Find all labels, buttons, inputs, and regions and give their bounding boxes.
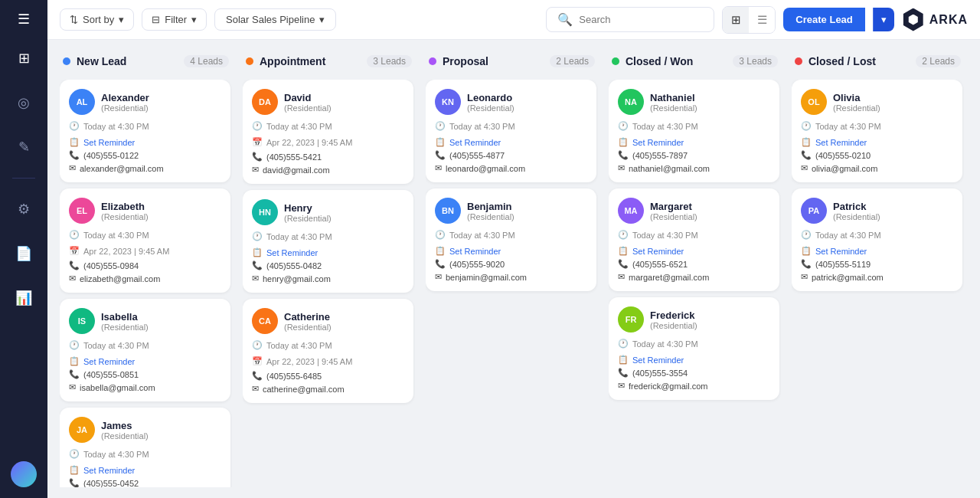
col-title-proposal: Proposal: [443, 55, 544, 67]
col-header-new-lead: New Lead 4 Leads: [60, 51, 232, 72]
card-reminder-leonardo[interactable]: 📋 Set Reminder: [435, 137, 587, 147]
email-value: leonardo@gmail.com: [446, 164, 525, 173]
card-james[interactable]: JA James (Residential) 🕐 Today at 4:30 P…: [60, 408, 230, 487]
brand-icon: [902, 8, 925, 31]
phone-value: (405)555-5119: [815, 260, 871, 269]
card-time-elizabeth: 🕐 Today at 4:30 PM: [69, 230, 221, 240]
reminder-cal-icon: 📋: [618, 137, 629, 147]
list-view-button[interactable]: ☰: [749, 7, 775, 33]
time-value: Today at 4:30 PM: [83, 450, 149, 459]
card-type-benjamin: (Residential): [467, 212, 514, 221]
user-avatar[interactable]: [11, 461, 37, 487]
clock-icon: 🕐: [69, 340, 80, 350]
clock-icon: 🕐: [801, 230, 812, 240]
create-lead-dropdown-button[interactable]: ▾: [873, 8, 894, 31]
avatar-frederick: FR: [618, 306, 644, 333]
grid-view-button[interactable]: ⊞: [723, 7, 749, 33]
email-value: patrick@gmail.com: [812, 273, 884, 282]
col-cards-appointment: DA David (Residential) 🕐 Today at 4:30 P…: [243, 80, 415, 487]
card-reminder-alexander[interactable]: 📋 Set Reminder: [69, 137, 221, 147]
sidebar-item-leads[interactable]: ◎: [10, 89, 38, 116]
reminder-label: Set Reminder: [632, 138, 684, 147]
card-elizabeth[interactable]: EL Elizabeth (Residential) 🕐 Today at 4:…: [60, 188, 230, 293]
sidebar-item-settings[interactable]: ⚙: [10, 195, 38, 223]
card-time-alexander: 🕐 Today at 4:30 PM: [69, 121, 221, 131]
create-lead-button[interactable]: Create Lead: [783, 8, 864, 31]
avatar-benjamin: BN: [435, 198, 461, 224]
card-header-james: JA James (Residential): [69, 417, 221, 443]
card-appt-elizabeth: 📅 Apr 22, 2023 | 9:45 AM: [69, 246, 221, 256]
filter-button[interactable]: ⊟ Filter ▾: [142, 8, 207, 31]
card-reminder-henry[interactable]: 📋 Set Reminder: [252, 247, 404, 257]
reminder-cal-icon: 📋: [618, 355, 629, 365]
card-reminder-benjamin[interactable]: 📋 Set Reminder: [435, 246, 587, 256]
card-alexander[interactable]: AL Alexander (Residential) 🕐 Today at 4:…: [60, 80, 230, 182]
card-name-isabella: Isabella: [101, 311, 149, 323]
reminder-label: Set Reminder: [449, 138, 501, 147]
email-value: henry@gmail.com: [263, 274, 331, 283]
reminder-label: Set Reminder: [83, 138, 135, 147]
card-isabella[interactable]: IS Isabella (Residential) 🕐 Today at 4:3…: [60, 299, 230, 401]
email-value: catherine@gmail.com: [263, 385, 345, 394]
email-icon: ✉: [618, 272, 625, 282]
card-name-catherine: Catherine: [284, 311, 332, 323]
card-reminder-patrick[interactable]: 📋 Set Reminder: [801, 246, 953, 256]
phone-value: (405)555-4877: [449, 151, 505, 160]
time-value: Today at 4:30 PM: [449, 122, 515, 131]
email-icon: ✉: [69, 274, 76, 283]
filter-label: Filter: [165, 14, 187, 25]
card-henry[interactable]: HN Henry (Residential) 🕐 Today at 4:30 P…: [243, 190, 413, 293]
phone-value: (405)555-0210: [815, 151, 871, 160]
avatar-nathaniel: NA: [618, 89, 644, 115]
card-phone-patrick: 📞 (405)555-5119: [801, 259, 953, 269]
card-olivia[interactable]: OL Olivia (Residential) 🕐 Today at 4:30 …: [792, 80, 962, 182]
clock-icon: 🕐: [618, 339, 629, 349]
column-appointment: Appointment 3 Leads DA David (Residentia…: [243, 51, 415, 487]
search-input[interactable]: [579, 14, 703, 25]
card-reminder-olivia[interactable]: 📋 Set Reminder: [801, 137, 953, 147]
appt-icon: 📅: [252, 356, 263, 366]
card-reminder-frederick[interactable]: 📋 Set Reminder: [618, 355, 770, 365]
clock-icon: 🕐: [618, 230, 629, 240]
sidebar-divider: [12, 178, 35, 179]
phone-icon: 📞: [435, 150, 446, 160]
pipeline-selector[interactable]: Solar Sales Pipeline ▾: [214, 8, 336, 31]
menu-icon[interactable]: ☰: [18, 11, 30, 28]
reminder-cal-icon: 📋: [435, 137, 446, 147]
sort-by-button[interactable]: ⇅ Sort by ▾: [60, 8, 134, 31]
time-value: Today at 4:30 PM: [83, 231, 149, 240]
email-icon: ✉: [69, 382, 76, 392]
card-frederick[interactable]: FR Frederick (Residential) 🕐 Today at 4:…: [609, 297, 779, 400]
card-type-patrick: (Residential): [833, 212, 880, 221]
phone-value: (405)555-0482: [266, 261, 322, 270]
card-patrick[interactable]: PA Patrick (Residential) 🕐 Today at 4:30…: [792, 188, 962, 291]
sidebar-item-analytics[interactable]: 📊: [10, 284, 38, 312]
card-margaret[interactable]: MA Margaret (Residential) 🕐 Today at 4:3…: [609, 188, 779, 291]
card-reminder-isabella[interactable]: 📋 Set Reminder: [69, 356, 221, 366]
card-name-alexander: Alexander: [101, 92, 149, 103]
sidebar-item-dashboard[interactable]: ⊞: [10, 44, 38, 72]
card-reminder-james[interactable]: 📋 Set Reminder: [69, 465, 221, 475]
col-header-closed-lost: Closed / Lost 2 Leads: [792, 51, 964, 72]
card-benjamin[interactable]: BN Benjamin (Residential) 🕐 Today at 4:3…: [426, 188, 596, 291]
card-time-leonardo: 🕐 Today at 4:30 PM: [435, 121, 587, 131]
avatar-olivia: OL: [801, 89, 827, 115]
card-reminder-margaret[interactable]: 📋 Set Reminder: [618, 246, 770, 256]
search-box[interactable]: 🔍: [546, 7, 714, 32]
card-catherine[interactable]: CA Catherine (Residential) 🕐 Today at 4:…: [243, 299, 413, 403]
card-david[interactable]: DA David (Residential) 🕐 Today at 4:30 P…: [243, 80, 413, 184]
card-type-david: (Residential): [284, 103, 332, 113]
phone-value: (405)555-6485: [266, 372, 322, 381]
card-nathaniel[interactable]: NA Nathaniel (Residential) 🕐 Today at 4:…: [609, 80, 779, 182]
sidebar-item-tasks[interactable]: ✎: [10, 133, 38, 161]
card-reminder-nathaniel[interactable]: 📋 Set Reminder: [618, 137, 770, 147]
card-leonardo[interactable]: KN Leonardo (Residential) 🕐 Today at 4:3…: [426, 80, 596, 182]
time-value: Today at 4:30 PM: [449, 231, 515, 240]
card-type-alexander: (Residential): [101, 103, 149, 113]
card-type-frederick: (Residential): [650, 321, 697, 330]
main-content: ⇅ Sort by ▾ ⊟ Filter ▾ Solar Sales Pipel…: [47, 0, 980, 498]
col-cards-new-lead: AL Alexander (Residential) 🕐 Today at 4:…: [60, 80, 232, 487]
card-type-catherine: (Residential): [284, 323, 332, 332]
sidebar-item-docs[interactable]: 📄: [10, 240, 38, 267]
col-title-appointment: Appointment: [260, 55, 361, 67]
